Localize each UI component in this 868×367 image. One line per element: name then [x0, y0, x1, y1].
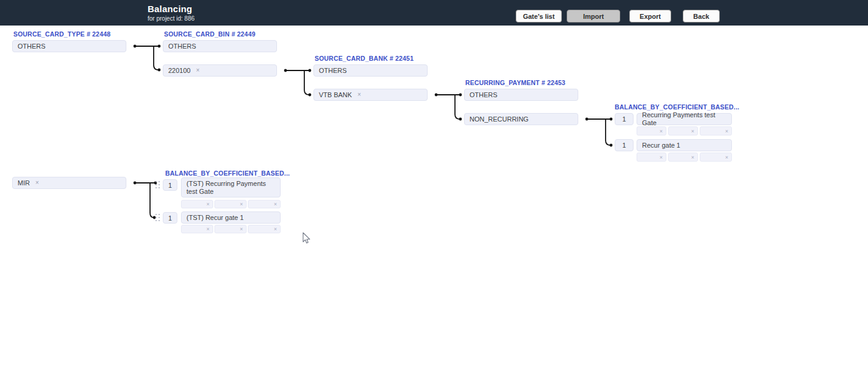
empty-slot[interactable]: × — [181, 200, 213, 208]
value-text: OTHERS — [470, 91, 497, 99]
clear-slot-icon[interactable]: × — [660, 154, 663, 160]
remove-value-icon[interactable]: × — [35, 180, 39, 186]
value-select-others[interactable]: OTHERS — [12, 40, 126, 52]
gate-select[interactable]: Recurring Payments test Gate — [637, 113, 732, 125]
question-label-source-card-bank: SOURCE_CARD_BANK # 22451 — [315, 55, 414, 62]
value-text: 220100 — [168, 67, 191, 75]
remove-value-icon[interactable]: × — [196, 67, 200, 74]
mouse-cursor-icon — [302, 232, 311, 245]
value-text: NON_RECURRING — [470, 115, 528, 123]
gate-select[interactable]: (TST) Recurring Payments test Gate — [181, 177, 281, 197]
page-title: Balancing — [148, 4, 192, 14]
coefficient-input[interactable]: 1 — [615, 139, 634, 151]
value-text: OTHERS — [319, 67, 347, 75]
export-button[interactable]: Export — [629, 10, 671, 22]
balance-group-label: BALANCE_BY_COEFFICIENT_BASED... — [615, 103, 739, 111]
empty-slot[interactable]: × — [637, 153, 666, 162]
clear-slot-icon[interactable]: × — [691, 154, 694, 160]
empty-slot[interactable]: × — [700, 126, 732, 135]
gate-select[interactable]: Recur gate 1 — [637, 139, 732, 151]
clear-slot-icon[interactable]: × — [207, 201, 210, 207]
empty-slot[interactable]: × — [248, 225, 281, 233]
question-label-recurring-payment: RECURRING_PAYMENT # 22453 — [465, 79, 566, 86]
coefficient-input[interactable]: 1 — [163, 212, 177, 224]
empty-slot[interactable]: × — [700, 153, 732, 162]
app-header: Balancing for project id: 886 Gate's lis… — [0, 0, 868, 26]
empty-slot[interactable]: × — [181, 225, 213, 233]
clear-slot-icon[interactable]: × — [240, 201, 243, 207]
empty-slot[interactable]: × — [248, 200, 281, 208]
value-select-others[interactable]: OTHERS — [313, 64, 428, 77]
coefficient-input[interactable]: 1 — [163, 179, 177, 191]
drag-handle-icon[interactable] — [155, 181, 160, 189]
empty-slot[interactable]: × — [668, 153, 698, 162]
empty-slot[interactable]: × — [668, 126, 698, 135]
clear-slot-icon[interactable]: × — [725, 154, 728, 160]
back-button[interactable]: Back — [683, 10, 720, 22]
value-select-others[interactable]: OTHERS — [163, 40, 277, 52]
value-select-mir[interactable]: MIR × — [12, 177, 126, 189]
value-select-vtb-bank[interactable]: VTB BANK × — [313, 89, 428, 101]
coefficient-input[interactable]: 1 — [615, 113, 634, 125]
value-select-220100[interactable]: 220100 × — [163, 64, 277, 77]
gate-select[interactable]: (TST) Recur gate 1 — [181, 211, 281, 224]
gates-list-button[interactable]: Gate's list — [516, 10, 562, 22]
project-id-subtitle: for project id: 886 — [148, 15, 194, 22]
empty-slot[interactable]: × — [637, 126, 666, 135]
clear-slot-icon[interactable]: × — [274, 226, 277, 232]
clear-slot-icon[interactable]: × — [240, 226, 243, 232]
empty-slot[interactable]: × — [214, 200, 247, 208]
balance-group-label: BALANCE_BY_COEFFICIENT_BASED... — [165, 170, 290, 177]
clear-slot-icon[interactable]: × — [207, 226, 210, 232]
clear-slot-icon[interactable]: × — [725, 128, 728, 134]
value-text: MIR — [18, 179, 30, 187]
import-button[interactable]: Import — [567, 10, 620, 22]
drag-handle-icon[interactable] — [155, 214, 160, 222]
clear-slot-icon[interactable]: × — [274, 201, 277, 207]
question-label-source-card-type: SOURCE_CARD_TYPE # 22448 — [13, 30, 111, 38]
clear-slot-icon[interactable]: × — [691, 128, 694, 134]
remove-value-icon[interactable]: × — [357, 92, 361, 98]
value-text: OTHERS — [168, 43, 196, 50]
value-select-others[interactable]: OTHERS — [464, 89, 578, 101]
connector-lines — [0, 0, 868, 367]
value-select-non-recurring[interactable]: NON_RECURRING — [464, 113, 578, 125]
clear-slot-icon[interactable]: × — [660, 128, 663, 134]
question-label-source-card-bin: SOURCE_CARD_BIN # 22449 — [164, 30, 256, 38]
empty-slot[interactable]: × — [214, 225, 247, 233]
value-text: VTB BANK — [319, 91, 352, 99]
value-text: OTHERS — [18, 43, 46, 50]
